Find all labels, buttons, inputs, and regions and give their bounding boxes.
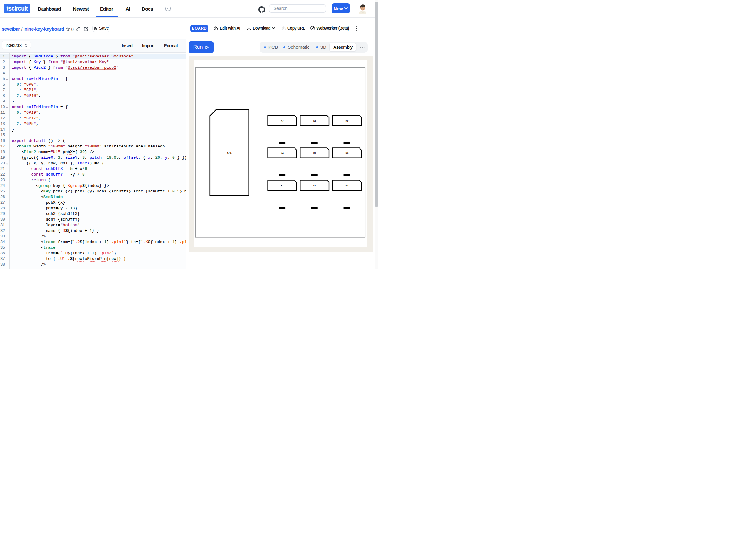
svg-text:K8: K8 bbox=[313, 119, 316, 122]
svg-text:K4: K4 bbox=[281, 152, 284, 154]
svg-text:U1: U1 bbox=[227, 151, 232, 154]
svg-text:K5: K5 bbox=[313, 152, 316, 154]
svg-text:K3: K3 bbox=[346, 184, 349, 186]
svg-text:K2: K2 bbox=[313, 184, 316, 186]
svg-text:K1: K1 bbox=[281, 184, 284, 186]
svg-text:K7: K7 bbox=[281, 119, 284, 122]
svg-text:K6: K6 bbox=[346, 152, 349, 154]
svg-text:K9: K9 bbox=[346, 119, 349, 122]
